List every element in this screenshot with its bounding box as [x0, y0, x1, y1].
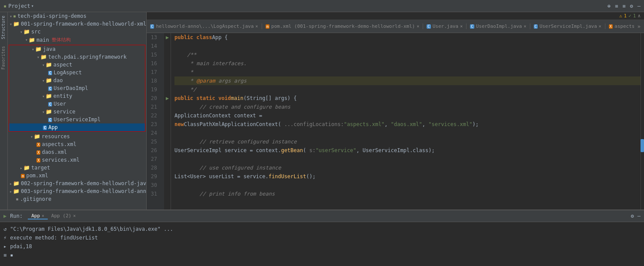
tab-logaspect[interactable]: Chelloworld-anno\...\LogAspect.java×: [147, 23, 262, 29]
tree-item-main[interactable]: ▾📁main整体结构: [8, 36, 146, 44]
tree-expand-icon[interactable]: ▾: [42, 94, 45, 99]
close-icon[interactable]: —: [637, 3, 641, 9]
tree-item-label: User: [53, 101, 66, 107]
tree-item-label: aspects.xml: [42, 141, 76, 147]
tree-item-service[interactable]: ▾📁service: [9, 108, 145, 116]
tree-expand-icon[interactable]: ▾: [37, 55, 39, 60]
gutter-cell: [164, 172, 171, 181]
tab-close-button[interactable]: ×: [256, 24, 258, 29]
tree-expand-icon[interactable]: ▸: [10, 189, 12, 194]
tree-expand-icon[interactable]: ▾: [10, 14, 12, 19]
run-icon: ▶: [3, 213, 7, 219]
tab-userserviceimpl[interactable]: CUserServiceImpl.java×: [530, 23, 605, 29]
bottom-tabs-container: App ×App (2) ×: [28, 213, 79, 219]
gutter-cell: [164, 137, 171, 146]
tab-aspectsxml[interactable]: Xaspects.xml×: [605, 23, 634, 29]
console-output: ↺⚡▸≡"C:\Program Files\Java\jdk1.8.0_65\b…: [0, 222, 644, 266]
console-action-icon[interactable]: ≡: [3, 251, 7, 259]
tree-item-java[interactable]: ▾📁java: [9, 45, 145, 53]
bottom-panel: ▶ Run: App ×App (2) × ⚙ — ↺⚡▸≡"C:\Progra…: [0, 209, 644, 266]
scroll-indicator: [641, 33, 644, 209]
tree-item-label: LogAspect: [53, 70, 82, 76]
structure-label[interactable]: Structure: [0, 12, 7, 43]
tree-expand-icon[interactable]: ▾: [42, 78, 45, 83]
project-label[interactable]: Project: [8, 3, 30, 9]
tree-item-User[interactable]: CUser: [9, 100, 145, 108]
tree-item-dao[interactable]: ▾📁dao: [9, 76, 145, 84]
project-dropdown-icon[interactable]: ▾: [31, 3, 34, 8]
tab-close-button[interactable]: ×: [524, 24, 526, 29]
bottom-tab-close-button[interactable]: ×: [42, 213, 44, 218]
line-number: 13: [147, 33, 161, 42]
tree-expand-icon[interactable]: ▾: [42, 63, 45, 67]
line-number: 30: [147, 181, 161, 190]
expand-icon[interactable]: ≡: [615, 3, 618, 9]
tree-item-services-xml[interactable]: Xservices.xml: [8, 156, 146, 164]
tree-item-tech-pdai[interactable]: ▾📁tech.pdai.springframework: [9, 53, 145, 61]
tree-expand-icon[interactable]: ▾: [42, 110, 45, 114]
console-action-icon[interactable]: ⚡: [3, 233, 7, 242]
favorites-label[interactable]: Favorites: [0, 43, 7, 73]
tree-item-module-003[interactable]: ▸📁003-spring-framework-demo-helloworld-a…: [8, 187, 146, 195]
more-tabs-icon[interactable]: »: [634, 23, 644, 30]
bottom-tab-label: App (2): [51, 213, 71, 219]
line-number: 28: [147, 163, 161, 172]
tree-expand-icon[interactable]: ▾: [32, 47, 34, 52]
tree-item-aspects-xml[interactable]: Xaspects.xml: [8, 140, 146, 148]
tree-expand-icon[interactable]: ▾: [20, 30, 23, 34]
tab-close-button[interactable]: ×: [417, 24, 419, 29]
tree-item-icon: 📁: [40, 54, 48, 60]
tree-item-UserServiceImpl[interactable]: CUserServiceImpl: [9, 116, 145, 123]
tree-item-pom-xml[interactable]: mpom.xml: [8, 172, 146, 180]
gutter-cell: [164, 155, 171, 163]
tab-userdaoimpl[interactable]: CUserDaoImpl.java×: [467, 23, 530, 29]
tab-close-button[interactable]: ×: [460, 24, 463, 29]
tree-expand-icon[interactable]: ▾: [25, 37, 28, 42]
tree-item-LogAspect[interactable]: CLogAspect: [9, 69, 145, 76]
tree-item-src[interactable]: ▾📁src: [8, 28, 146, 36]
expand-warnings-icon[interactable]: ∧: [637, 13, 641, 19]
bottom-tabs: ▶ Run: App ×App (2) × ⚙ —: [0, 210, 644, 222]
tree-item-UserDaoImpl[interactable]: CUserDaoImpl: [9, 84, 145, 92]
settings-icon[interactable]: ⚙: [630, 3, 633, 9]
tree-item-entity[interactable]: ▾📁entity: [9, 92, 145, 100]
tab-icon: X: [609, 23, 613, 29]
code-editor[interactable]: public class App { /** * main interfaces…: [171, 33, 641, 209]
tab-icon: m: [266, 23, 269, 29]
tab-userjava[interactable]: CUser.java×: [423, 23, 467, 29]
tree-expand-icon[interactable]: ▸: [20, 166, 23, 170]
bottom-tab-app-tab[interactable]: App ×: [28, 213, 48, 219]
tree-item-aspect[interactable]: ▾📁aspect: [9, 61, 145, 69]
tree-item-project-root[interactable]: ▾▪tech-pdai-spring-demos: [8, 12, 146, 20]
tree-item-icon: C: [48, 85, 53, 91]
settings-bottom-icon[interactable]: ⚙: [631, 213, 634, 219]
tree-item-label: .gitignore: [20, 196, 51, 202]
tree-item-module-001[interactable]: ▾📁001-spring-framework-demo-helloworld-x…: [8, 20, 146, 28]
tree-item-module-002[interactable]: ▸📁002-spring-framework-demo-helloworld-j…: [8, 180, 146, 187]
tree-expand-icon[interactable]: ▾: [30, 134, 33, 139]
console-action-icon[interactable]: ▸: [3, 242, 7, 251]
run-arrow-icon[interactable]: ▶: [166, 34, 169, 40]
tab-close-button[interactable]: ×: [599, 24, 601, 29]
tree-expand-icon[interactable]: ▾: [10, 22, 12, 27]
tab-pomxml[interactable]: mpom.xml (001-spring-framework-demo-hell…: [262, 23, 424, 29]
run-arrow-icon[interactable]: ▶: [166, 95, 169, 101]
tree-item-target[interactable]: ▸📁target: [8, 164, 146, 172]
tree-expand-icon[interactable]: ▸: [10, 181, 12, 186]
line-number: 20: [147, 94, 161, 103]
bottom-tab-close-button[interactable]: ×: [73, 213, 76, 218]
tab-label: pom.xml (001-spring-framework-demo-hello…: [271, 23, 415, 29]
bottom-tab-app2-tab[interactable]: App (2) ×: [48, 213, 79, 219]
code-line-22: ApplicationContext context =: [174, 111, 641, 120]
minimize-bottom-icon[interactable]: —: [637, 213, 641, 219]
collapse-icon[interactable]: ≡: [622, 3, 625, 9]
tree-item-resources[interactable]: ▾📁resources: [8, 133, 146, 140]
tree-item-gitignore[interactable]: ▪.gitignore: [8, 195, 146, 203]
warning-icon: ⚠: [619, 13, 622, 19]
console-action-icon[interactable]: ↺: [3, 225, 7, 233]
code-line-31: // print info from beans: [174, 190, 641, 198]
sync-icon[interactable]: ⊕: [608, 3, 611, 9]
tree-item-App[interactable]: CApp: [9, 123, 145, 131]
tree-item-icon: C: [43, 124, 48, 130]
tree-item-daos-xml[interactable]: Xdaos.xml: [8, 148, 146, 156]
